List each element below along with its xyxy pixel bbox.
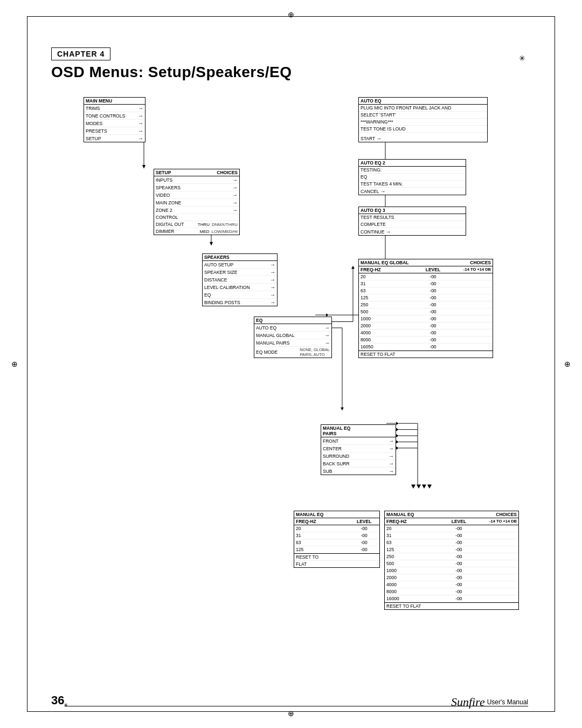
auto-eq2-row4: CANCEL → [359, 188, 466, 195]
meq-global-reset: RESET TO FLAT [359, 351, 493, 358]
sunfire-brand: Sunfire [451, 695, 485, 709]
main-menu-row-modes: MODES → [84, 120, 145, 127]
spk-row-eq: EQ → [203, 291, 277, 299]
manual-eq-sub-box: MANUAL EQ FREQ-HZ LEVEL 20-00 31-00 63-0… [294, 511, 380, 568]
manual-eq-global-box: MANUAL EQ GLOBAL CHOICES FREQ-HZ LEVEL -… [358, 259, 493, 358]
meq-full-row-500: 500-00 [385, 560, 518, 567]
spk-row-auto: AUTO SETUP → [203, 261, 277, 269]
auto-eq1-row1: PLUG MIC INTO FRONT PANEL JACK AND [359, 105, 487, 112]
meq-global-row-63: 63-00 [359, 287, 493, 294]
svg-marker-69 [411, 484, 415, 489]
manual-eq-pairs-box: MANUAL EQPAIRS FRONT → CENTER → SURROUND… [321, 424, 396, 475]
svg-marker-49 [351, 266, 355, 269]
svg-marker-11 [142, 165, 146, 169]
pairs-row-center: CENTER → [321, 445, 396, 452]
border-left [27, 16, 27, 712]
meq-global-row-20: 20-00 [359, 273, 493, 280]
spk-row-level: LEVEL CALIBRATION → [203, 284, 277, 291]
pairs-row-sub: SUB → [321, 468, 396, 475]
reg-mark-top: ⊕ [287, 11, 295, 18]
svg-marker-62 [396, 447, 399, 450]
spk-row-binding: BINDING POSTS → [203, 299, 277, 306]
main-menu-title: MAIN MENU [84, 98, 145, 105]
setup-row-digitalout: DIGITAL OUT THRU DNMX/THRU [154, 221, 239, 228]
meq-global-row-4000: 4000-00 [359, 329, 493, 336]
meq-global-row-250: 250-00 [359, 301, 493, 308]
reg-mark-bottom: ⊕ [287, 710, 295, 717]
meq-global-row-500: 500-00 [359, 308, 493, 315]
meq-full-row-31: 31-00 [385, 532, 518, 539]
meq-sub-row-63: 63-00 [294, 539, 379, 546]
manual-eq-pairs-title: MANUAL EQPAIRS [321, 425, 396, 437]
eq-menu-title: EQ [254, 317, 331, 324]
meq-sub-row-31: 31-00 [294, 532, 379, 539]
setup-row-mainzone: MAIN ZONE → [154, 199, 239, 207]
main-menu-row-setup: SETUP → [84, 135, 145, 142]
meq-full-row-63: 63-00 [385, 539, 518, 546]
svg-marker-70 [417, 484, 421, 489]
setup-row-control: CONTROL [154, 214, 239, 221]
sunfire-footer: Sunfire User's Manual [451, 695, 528, 709]
meq-global-row-125: 125-00 [359, 294, 493, 301]
auto-eq2-row2: EQ [359, 174, 466, 181]
pairs-row-backsurr: BACK SURR → [321, 460, 396, 468]
meq-full-row-250: 250-00 [385, 553, 518, 560]
meq-global-row-31: 31-00 [359, 280, 493, 287]
meq-full-reset: RESET TO FLAT [385, 602, 518, 609]
meq-full-row-20: 20-00 [385, 525, 518, 532]
border-right [555, 16, 555, 712]
svg-marker-60 [396, 441, 399, 444]
star-top-right: ✳ [519, 54, 525, 63]
manual-eq-full-title: MANUAL EQ CHOICES [385, 511, 518, 518]
spk-row-size: SPEAKER SIZE → [203, 269, 277, 276]
meq-full-row-8000: 8000-00 [385, 588, 518, 595]
setup-row-video: VIDEO → [154, 191, 239, 199]
svg-marker-71 [422, 484, 426, 489]
meq-global-row-8000: 8000-00 [359, 336, 493, 344]
pairs-row-front: FRONT → [321, 437, 396, 445]
main-menu-box: MAIN MENU TRIMS → TONE CONTROLS → MODES … [84, 97, 146, 142]
reg-mark-left: ⊕ [11, 360, 18, 368]
sunfire-manual-text: User's Manual [487, 698, 528, 706]
svg-marker-23 [210, 242, 213, 246]
auto-eq1-row5: START → [359, 135, 487, 142]
page-number: 36 [51, 693, 64, 708]
eq-menu-box: EQ AUTO EQ → MANUAL GLOBAL → MANUAL PAIR… [254, 317, 332, 358]
pairs-row-surround: SURROUND → [321, 452, 396, 460]
spk-row-distance: DISTANCE → [203, 276, 277, 284]
svg-marker-52 [341, 408, 344, 411]
eq-row-auto: AUTO EQ → [254, 324, 331, 332]
meq-full-row-1000: 1000-00 [385, 567, 518, 574]
speakers-menu-title: SPEAKERS [203, 254, 277, 261]
eq-row-pairs: MANUAL PAIRS → [254, 339, 331, 347]
meq-sub-flat: FLAT [294, 561, 379, 567]
meq-sub-row-125: 125-00 [294, 546, 379, 553]
setup-menu-box: SETUP CHOICES INPUTS → SPEAKERS → VIDEO … [154, 169, 240, 235]
main-menu-row-presets: PRESETS → [84, 127, 145, 135]
setup-row-inputs: INPUTS → [154, 176, 239, 184]
setup-row-speakers: SPEAKERS → [154, 184, 239, 191]
speakers-menu-box: SPEAKERS AUTO SETUP → SPEAKER SIZE → DIS… [202, 253, 278, 306]
meq-sub-reset: RESET TO [294, 553, 379, 561]
footer-star-left: ✳ [64, 702, 68, 708]
setup-menu-title: SETUP CHOICES [154, 169, 239, 176]
manual-eq-global-title: MANUAL EQ GLOBAL CHOICES [359, 259, 493, 266]
meq-sub-row-20: 20-00 [294, 525, 379, 532]
auto-eq3-row1: TEST RESULTS [359, 214, 466, 221]
main-menu-row-tone: TONE CONTROLS → [84, 112, 145, 120]
setup-row-dimmer: DIMMER MED LOW/MED/HI [154, 228, 239, 235]
auto-eq1-row3: ***WARNING*** [359, 119, 487, 126]
auto-eq3-row3: CONTINUE → [359, 228, 466, 235]
reg-mark-right: ⊕ [564, 360, 571, 368]
content-area: MAIN MENU TRIMS → TONE CONTROLS → MODES … [51, 89, 531, 685]
auto-eq3-title: AUTO EQ 3 [359, 207, 466, 214]
svg-marker-56 [396, 428, 399, 431]
eq-row-mode: EQ MODE NONE, GLOBALPAIRS, AUTO [254, 347, 331, 358]
svg-marker-58 [396, 434, 399, 437]
meq-full-row-125: 125-00 [385, 546, 518, 553]
main-menu-row-trims: TRIMS → [84, 105, 145, 112]
manual-eq-full-box: MANUAL EQ CHOICES FREQ-HZ LEVEL -14 TO +… [384, 511, 519, 610]
meq-full-row-2000: 2000-00 [385, 574, 518, 581]
chapter-title: OSD Menus: Setup/Speakers/EQ [51, 64, 292, 81]
auto-eq3-box: AUTO EQ 3 TEST RESULTS COMPLETE CONTINUE… [358, 207, 466, 236]
